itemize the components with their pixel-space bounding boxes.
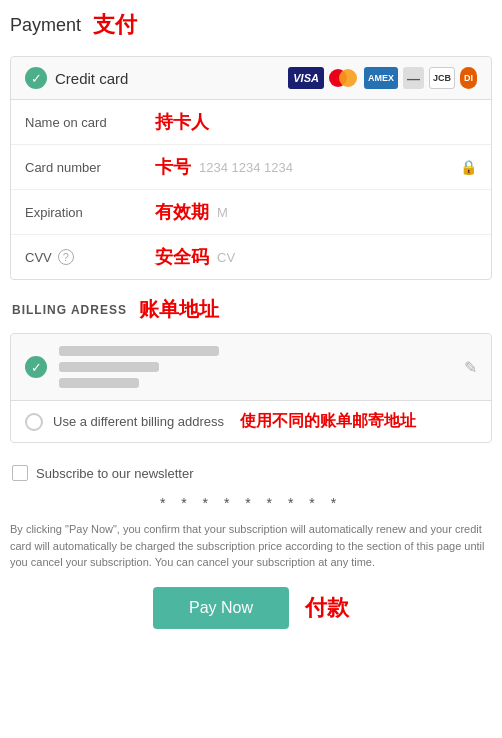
credit-card-section: ✓ Credit card VISA AMEX — JCB DI Name on… (10, 56, 492, 280)
page-title-cn: 支付 (93, 10, 137, 40)
name-on-card-value: 持卡人 (155, 110, 477, 134)
expiration-placeholder: M (217, 205, 228, 220)
billing-address-box: ✓ ✎ (11, 334, 491, 401)
different-billing-radio[interactable] (25, 413, 43, 431)
newsletter-checkbox[interactable] (12, 465, 28, 481)
card-number-placeholder: 1234 1234 1234 (199, 160, 293, 175)
cvv-label: CVV (25, 250, 52, 265)
pay-now-button[interactable]: Pay Now (153, 587, 289, 629)
card-number-value: 卡号 1234 1234 1234 🔒 (155, 155, 477, 179)
visa-logo: VISA (288, 67, 324, 89)
billing-title-cn: 账单地址 (139, 296, 219, 323)
name-on-card-row: Name on card 持卡人 (11, 100, 491, 145)
different-billing-text: Use a different billing address (53, 414, 224, 429)
card-number-row: Card number 卡号 1234 1234 1234 🔒 (11, 145, 491, 190)
credit-card-header: ✓ Credit card VISA AMEX — JCB DI (11, 57, 491, 100)
pay-now-cn: 付款 (305, 593, 349, 623)
edit-icon[interactable]: ✎ (464, 358, 477, 377)
dash-logo: — (403, 67, 424, 89)
address-line-3 (59, 378, 139, 388)
address-line-1 (59, 346, 219, 356)
billing-check-icon: ✓ (25, 356, 47, 378)
card-number-label: Card number (25, 160, 155, 175)
expiration-value: 有效期 M (155, 200, 477, 224)
cvv-help-icon[interactable]: ? (58, 249, 74, 265)
newsletter-label: Subscribe to our newsletter (36, 466, 194, 481)
cvv-placeholder: CV (217, 250, 235, 265)
newsletter-row[interactable]: Subscribe to our newsletter (10, 459, 492, 487)
lock-icon: 🔒 (460, 159, 477, 175)
diners-logo: DI (460, 67, 477, 89)
jcb-logo: JCB (429, 67, 455, 89)
different-billing-cn: 使用不同的账单邮寄地址 (240, 411, 416, 432)
name-on-card-cn: 持卡人 (155, 110, 209, 134)
cvv-row: CVV ? 安全码 CV (11, 235, 491, 279)
mastercard-logo (329, 68, 359, 88)
cvv-cn: 安全码 (155, 245, 209, 269)
expiration-row: Expiration 有效期 M (11, 190, 491, 235)
card-logos: VISA AMEX — JCB DI (288, 67, 477, 89)
credit-card-check-icon: ✓ (25, 67, 47, 89)
credit-card-label: Credit card (55, 70, 128, 87)
page-header: Payment 支付 (10, 10, 492, 40)
cvv-value: 安全码 CV (155, 245, 477, 269)
legal-text: By clicking "Pay Now", you confirm that … (10, 521, 492, 571)
billing-section-title: BILLING ADRESS 账单地址 (10, 296, 492, 323)
credit-card-left: ✓ Credit card (25, 67, 128, 89)
expiration-cn: 有效期 (155, 200, 209, 224)
stars-row: * * * * * * * * * (10, 495, 492, 511)
billing-title-en: BILLING ADRESS (12, 303, 127, 317)
expiration-label: Expiration (25, 205, 155, 220)
cvv-label-area: CVV ? (25, 249, 155, 265)
page-title-en: Payment (10, 15, 81, 36)
billing-section: ✓ ✎ Use a different billing address 使用不同… (10, 333, 492, 443)
pay-row: Pay Now 付款 (10, 587, 492, 639)
card-number-cn: 卡号 (155, 155, 191, 179)
different-billing-row[interactable]: Use a different billing address 使用不同的账单邮… (11, 401, 491, 442)
address-line-2 (59, 362, 159, 372)
name-on-card-label: Name on card (25, 115, 155, 130)
amex-logo: AMEX (364, 67, 398, 89)
address-lines (59, 346, 444, 388)
